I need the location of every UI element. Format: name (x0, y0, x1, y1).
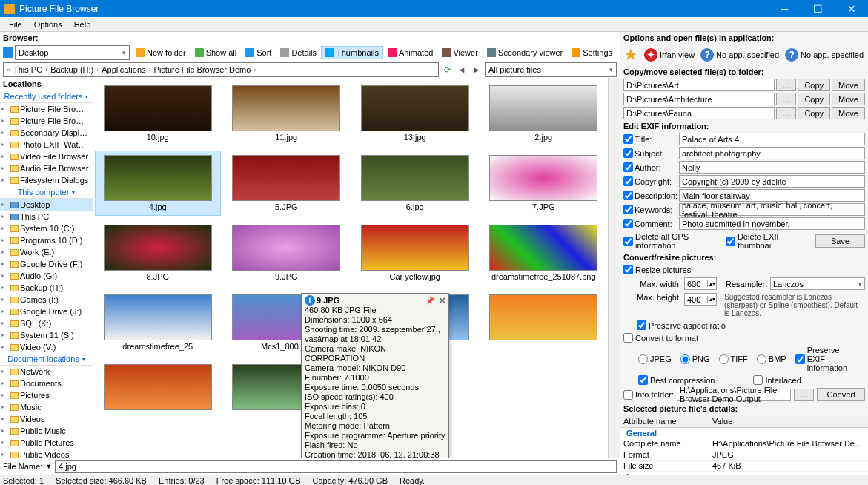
fmt-png[interactable]: PNG (680, 346, 710, 372)
dest-folder-input[interactable]: D:\Pictures\Fauna (623, 107, 775, 119)
location-item[interactable]: Backup (H:) (0, 282, 93, 294)
location-item[interactable]: Music (0, 401, 93, 413)
thumbnail-item[interactable]: 9.JPG (224, 220, 350, 286)
fmt-jpeg[interactable]: JPEG (638, 346, 672, 372)
exif-field-input[interactable]: Nelly (679, 161, 865, 174)
menu-options[interactable]: Options (28, 19, 68, 30)
location-item[interactable]: Public Music (0, 425, 93, 437)
location-item[interactable]: Games (I:) (0, 294, 93, 306)
locations-section-computer[interactable]: This computer (0, 186, 93, 199)
location-item[interactable]: System 10 (C:) (0, 222, 93, 234)
location-item[interactable]: Secondary Display Phot... (0, 127, 93, 139)
filename-input[interactable]: 4.jpg (55, 460, 617, 473)
details-row[interactable]: Complete nameH:\Applications\Picture Fil… (620, 438, 868, 449)
resampler-combo[interactable]: Lanczos (770, 277, 865, 290)
location-item[interactable]: Picture File Browser (0, 115, 93, 127)
breadcrumb[interactable]: « This PC› Backup (H:)› Applications› Pi… (3, 62, 439, 77)
toolbar-animated[interactable]: Animated (383, 46, 437, 59)
exif-field-input[interactable]: Palace of Arts 4 (679, 133, 865, 145)
copy-button[interactable]: Copy (798, 107, 830, 119)
exif-field-checkbox[interactable] (623, 205, 633, 214)
toolbar-show-all[interactable]: Show all (191, 46, 242, 59)
aspect-checkbox[interactable]: Preserve aspect ratio (637, 320, 726, 330)
into-folder-input[interactable]: H:\Applications\Picture File Browser Dem… (677, 389, 791, 401)
thumbnail-item[interactable]: dreamstimefree_25 (95, 290, 221, 355)
location-item[interactable]: Programs 10 (D:) (0, 234, 93, 246)
menu-file[interactable]: File (3, 19, 28, 30)
crumb[interactable]: This PC (12, 65, 44, 74)
preserve-exif-checkbox[interactable]: Preserve EXIF information (795, 346, 850, 372)
thumbnail-item[interactable]: 5.JPG (224, 151, 350, 216)
location-item[interactable]: Audio (G:) (0, 270, 93, 282)
exif-field-checkbox[interactable] (623, 191, 633, 200)
browse-button[interactable]: ... (776, 107, 796, 119)
fmt-tiff[interactable]: TIFF (719, 346, 748, 372)
exif-field-checkbox[interactable] (623, 176, 633, 186)
thumbnail-item[interactable]: 13.jpg (352, 81, 478, 146)
location-item[interactable]: Video (V:) (0, 341, 93, 353)
location-item[interactable]: Documents (0, 377, 93, 389)
thumbnail-item[interactable]: 6.jpg (352, 151, 478, 216)
open-irfan[interactable]: ✦Irfan view (644, 48, 695, 62)
pin-icon[interactable]: 📌 (425, 296, 434, 306)
toolbar-settings[interactable]: Settings (567, 46, 617, 59)
browse-button[interactable]: ... (776, 93, 796, 105)
save-exif-button[interactable]: Save (815, 234, 865, 248)
toolbar-sort[interactable]: Sort (241, 46, 276, 59)
thumbnail-item[interactable] (481, 290, 607, 355)
crumb[interactable]: Picture File Browser Demo (153, 65, 253, 74)
open-noapp-2[interactable]: ?No app. specified (785, 48, 864, 62)
location-item[interactable]: Pictures (0, 389, 93, 401)
into-folder-browse[interactable]: ... (794, 389, 814, 401)
move-button[interactable]: Move (832, 107, 865, 119)
toolbar-new-folder[interactable]: New folder (131, 46, 191, 59)
move-button[interactable]: Move (832, 79, 865, 91)
toolbar-thumbnails[interactable]: Thumbnails (321, 46, 383, 59)
resize-checkbox[interactable]: Resize pictures (623, 265, 691, 274)
file-type-filter[interactable]: All picture files (485, 62, 617, 77)
back-button[interactable]: ◄ (455, 63, 468, 76)
delete-gps-checkbox[interactable]: Delete all GPS information (623, 232, 717, 250)
location-item[interactable]: SQL (K:) (0, 317, 93, 329)
minimize-button[interactable]: ─ (768, 0, 801, 17)
menu-help[interactable]: Help (68, 19, 97, 30)
toolbar-viewer[interactable]: Viewer (437, 46, 482, 59)
locations-section-recent[interactable]: Recently used folders (0, 90, 93, 103)
filename-dropdown-icon[interactable]: ▼ (45, 463, 52, 470)
location-item[interactable]: Public Videos (0, 449, 93, 458)
convert-format-checkbox[interactable]: Convert to format (623, 333, 698, 343)
into-folder-checkbox[interactable]: Into folder: (623, 390, 674, 400)
copy-button[interactable]: Copy (798, 93, 830, 105)
thumbnail-item[interactable]: 2.jpg (481, 81, 607, 146)
convert-button[interactable]: Convert (817, 388, 865, 401)
interlaced-checkbox[interactable]: Interlaced (753, 375, 801, 385)
toolbar-details[interactable]: Details (276, 46, 321, 59)
fmt-bmp[interactable]: BMP (757, 346, 786, 372)
dest-folder-input[interactable]: D:\Pictures\Art (623, 79, 775, 91)
thumbnail-grid[interactable]: 10.jpg11.jpg13.jpg2.jpg4.jpg5.JPG6.jpg7.… (93, 78, 608, 458)
location-item[interactable]: Google Drive (J:) (0, 306, 93, 317)
thumbnail-item[interactable]: Car yellow.jpg (352, 220, 478, 286)
exif-field-input[interactable]: palace, museum, art, music, hall, concer… (679, 203, 865, 216)
copy-button[interactable]: Copy (798, 79, 830, 91)
exif-field-checkbox[interactable] (623, 219, 633, 228)
location-item[interactable]: Filesystem Dialogs (0, 174, 93, 186)
tooltip-close-icon[interactable]: ✕ (439, 296, 445, 306)
location-item[interactable]: Google Drive (F:) (0, 258, 93, 270)
location-item[interactable]: Photo EXIF Watermark ... (0, 139, 93, 151)
location-item[interactable]: Desktop (0, 199, 93, 211)
details-row[interactable]: File size467 KiB (620, 461, 868, 472)
thumbnail-item[interactable]: 10.jpg (95, 81, 221, 146)
exif-field-input[interactable]: architect photography (679, 147, 865, 159)
maxw-input[interactable]: 600▴▾ (684, 277, 717, 290)
best-compression-checkbox[interactable]: Best compression (638, 375, 715, 385)
move-button[interactable]: Move (832, 93, 865, 105)
crumb[interactable]: Applications (100, 65, 147, 74)
thumbnail-item[interactable]: 4.jpg (95, 151, 221, 216)
open-noapp-1[interactable]: ?No app. specified (700, 48, 779, 62)
thumbnail-scrollbar[interactable] (608, 78, 620, 458)
location-item[interactable]: System 11 (S:) (0, 329, 93, 341)
maximize-button[interactable]: ☐ (801, 0, 835, 17)
refresh-button[interactable]: ⟳ (440, 63, 454, 76)
exif-field-checkbox[interactable] (623, 134, 633, 144)
